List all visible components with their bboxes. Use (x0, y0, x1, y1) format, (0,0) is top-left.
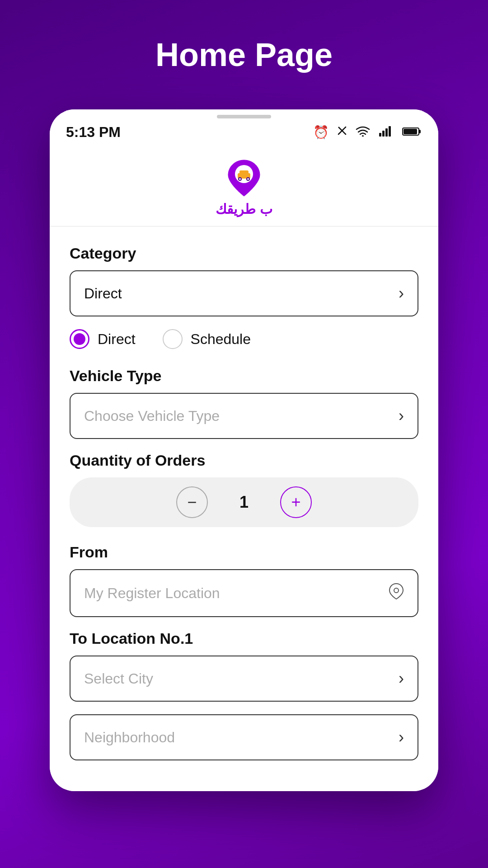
svg-point-13 (239, 178, 241, 180)
bluetooth-icon (337, 124, 347, 141)
vehicle-type-placeholder: Choose Vehicle Type (84, 408, 220, 425)
neighborhood-chevron: › (399, 728, 404, 747)
page-title: Home Page (155, 36, 333, 73)
select-city-placeholder: Select City (84, 670, 153, 687)
to-location-section: To Location No.1 Select City › Neighborh… (70, 630, 418, 760)
plus-icon: + (291, 493, 300, 512)
vehicle-type-section: Vehicle Type Choose Vehicle Type › (70, 367, 418, 439)
location-pin-icon (389, 583, 404, 604)
svg-point-14 (247, 178, 249, 180)
vehicle-type-dropdown[interactable]: Choose Vehicle Type › (70, 393, 418, 439)
content-area: Category Direct › Direct Schedule Vehicl… (50, 226, 438, 791)
radio-schedule-circle[interactable] (163, 329, 183, 349)
notch-bar (50, 109, 438, 120)
svg-rect-2 (382, 131, 385, 137)
quantity-value: 1 (235, 493, 253, 512)
minus-icon: − (187, 493, 197, 512)
quantity-label: Quantity of Orders (70, 452, 418, 469)
category-value: Direct (84, 285, 122, 302)
quantity-plus-button[interactable]: + (280, 486, 312, 518)
to-location-label: To Location No.1 (70, 630, 418, 647)
from-section: From My Register Location (70, 543, 418, 617)
stepper-container: − 1 + (70, 477, 418, 527)
select-city-chevron: › (399, 669, 404, 688)
wifi-icon (355, 125, 371, 140)
radio-group: Direct Schedule (70, 329, 418, 349)
app-logo-area: ب طريقك (50, 144, 438, 226)
notch-pill (217, 115, 271, 118)
quantity-section: Quantity of Orders − 1 + (70, 452, 418, 527)
category-section: Category Direct › (70, 245, 418, 316)
svg-rect-4 (389, 126, 391, 137)
category-chevron: › (399, 284, 404, 303)
svg-rect-7 (404, 129, 417, 134)
select-city-dropdown[interactable]: Select City › (70, 656, 418, 702)
svg-point-15 (394, 588, 399, 593)
signal-icon (379, 125, 394, 140)
radio-direct[interactable]: Direct (70, 329, 136, 349)
status-icons: ⏰ (313, 124, 422, 141)
svg-rect-10 (239, 170, 249, 175)
neighborhood-placeholder: Neighborhood (84, 729, 175, 746)
app-name: ب طريقك (216, 201, 272, 217)
status-time: 5:13 PM (66, 124, 121, 141)
svg-rect-3 (385, 128, 388, 137)
phone-frame: 5:13 PM ⏰ (50, 109, 438, 791)
alarm-icon: ⏰ (313, 125, 329, 140)
svg-rect-6 (419, 130, 421, 133)
radio-direct-circle[interactable] (70, 329, 89, 349)
quantity-minus-button[interactable]: − (176, 486, 208, 518)
from-field[interactable]: My Register Location (70, 569, 418, 617)
from-placeholder: My Register Location (84, 585, 220, 602)
vehicle-type-label: Vehicle Type (70, 367, 418, 385)
category-dropdown[interactable]: Direct › (70, 270, 418, 316)
vehicle-type-chevron: › (399, 406, 404, 425)
radio-schedule-label: Schedule (191, 331, 251, 348)
svg-rect-1 (379, 133, 381, 137)
app-logo (226, 158, 262, 198)
category-label: Category (70, 245, 418, 262)
radio-schedule[interactable]: Schedule (163, 329, 251, 349)
status-bar: 5:13 PM ⏰ (50, 120, 438, 144)
from-label: From (70, 543, 418, 561)
neighborhood-dropdown[interactable]: Neighborhood › (70, 714, 418, 760)
radio-direct-label: Direct (98, 331, 136, 348)
svg-point-0 (362, 135, 364, 137)
battery-icon (402, 125, 422, 140)
